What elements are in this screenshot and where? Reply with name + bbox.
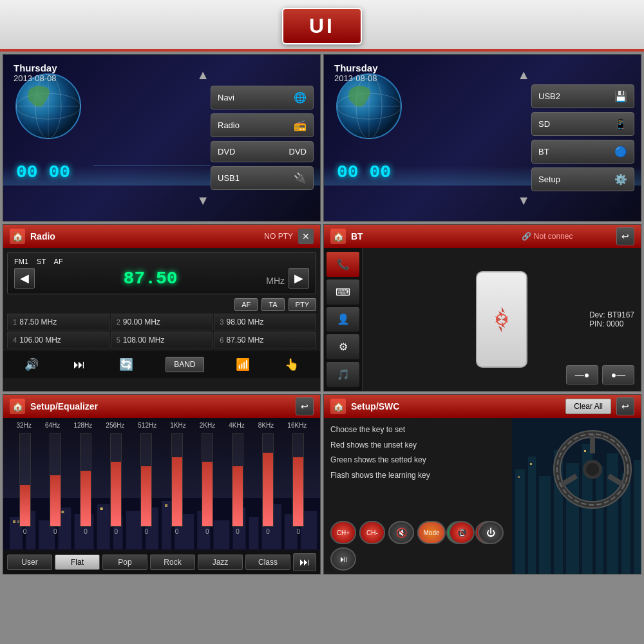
swc-title: Setup/SWC	[351, 401, 560, 412]
swc-power-btn[interactable]: ⏻	[478, 521, 504, 544]
eq-preset-user[interactable]: User	[7, 554, 52, 570]
bt-keypad-btn[interactable]: ⌨	[327, 279, 359, 305]
freq-number: 87.50	[124, 269, 178, 289]
eq-bars: 0 0 0 0	[3, 433, 320, 535]
bt-disconnect-btn[interactable]: ●—	[602, 365, 634, 384]
home2-nav-up[interactable]: ▲	[517, 68, 530, 82]
home1-usb1-btn[interactable]: USB1 🔌	[211, 166, 314, 190]
eq-preset-flat[interactable]: Flat	[55, 554, 100, 570]
usb1-icon: 🔌	[294, 172, 307, 184]
freq-next-btn[interactable]: ▶	[289, 268, 309, 289]
scan-btn[interactable]: 🔄	[117, 355, 136, 374]
home2-sd-btn[interactable]: SD 📱	[531, 112, 634, 136]
home1-radio-btn[interactable]: Radio 📻	[211, 113, 314, 137]
home1-navi-btn[interactable]: Navi 🌐	[211, 86, 314, 109]
sd-icon: 📱	[614, 118, 627, 130]
freq-unit: MHz	[266, 276, 285, 289]
home-screen-2: Thursday 2013-08-08 00 00 ▲ ▼ USB2 💾 SD …	[323, 54, 641, 222]
home2-setup-btn[interactable]: Setup ⚙️	[531, 167, 634, 191]
bt-sidebar: 📞 ⌨ 👤 ⚙ 🎵	[324, 248, 363, 391]
home1-nav-up[interactable]: ▲	[196, 68, 209, 82]
home2-nav-down[interactable]: ▼	[517, 193, 530, 208]
eq-freq-labels: 32Hz 64Hz 128Hz 256Hz 512Hz 1KHz 2KHz 4K…	[3, 422, 320, 429]
home1-nav-down[interactable]: ▼	[196, 193, 209, 208]
preset-1[interactable]: 187.50 MHz	[7, 314, 109, 330]
eq-bar-8khz[interactable]: 0	[262, 433, 274, 535]
eq-preset-pop[interactable]: Pop	[102, 554, 147, 570]
setup-icon: ⚙️	[614, 173, 627, 185]
eq-bar-16khz[interactable]: 0	[292, 433, 304, 535]
radio-header: 🏠 Radio NO PTY ✕	[3, 225, 320, 248]
eq-bar-256hz[interactable]: 0	[110, 433, 122, 535]
swc-mute-btn[interactable]: 🔇	[388, 521, 414, 544]
bt-music-btn[interactable]: 🎵	[327, 362, 359, 387]
swc-back-btn[interactable]: ↩	[616, 397, 634, 415]
skip-btn[interactable]: ⏭	[71, 355, 88, 374]
eq-bar-1khz[interactable]: 0	[171, 433, 183, 535]
band-btn[interactable]: BAND	[166, 357, 204, 372]
eq-bar-512hz[interactable]: 0	[140, 433, 152, 535]
bt-title: BT	[351, 231, 478, 242]
preset-4[interactable]: 4106.00 MHz	[7, 332, 109, 348]
bt-call-btn[interactable]: 📞	[327, 252, 359, 277]
radio-home-icon[interactable]: 🏠	[10, 229, 25, 244]
preset-3[interactable]: 398.00 MHz	[214, 314, 316, 330]
eq-panel: 🏠 Setup/Equalizer ↩	[3, 394, 321, 574]
swc-end-call-btn[interactable]: 📵	[449, 521, 475, 544]
radio-freq-display: FM1 ST AF ◀ 87.50 MHz ▶	[7, 252, 316, 294]
eq-bar-64hz[interactable]: 0	[50, 433, 61, 535]
freq-prev-btn[interactable]: ◀	[14, 268, 35, 289]
clear-all-btn[interactable]: Clear All	[565, 399, 611, 414]
eq-preset-class[interactable]: Class	[245, 554, 290, 570]
pty-btn[interactable]: PTY	[289, 298, 316, 311]
swc-buttons-row2: CH+ CH- 🔇 Mode 📵 ⏻ ⏯	[330, 521, 511, 571]
bt-contacts-btn[interactable]: 👤	[327, 307, 359, 332]
bt-back-btn[interactable]: ↩	[616, 227, 634, 245]
home2-usb2-btn[interactable]: USB2 💾	[531, 84, 634, 108]
eq-preset-jazz[interactable]: Jazz	[198, 554, 243, 570]
eq-bar-2khz[interactable]: 0	[202, 433, 213, 535]
usb2-icon: 💾	[614, 90, 627, 102]
svg-rect-36	[515, 469, 525, 574]
freq-value: 87.50	[39, 269, 262, 289]
swc-mode-btn[interactable]: Mode	[417, 521, 446, 544]
eq-bar-4khz[interactable]: 0	[232, 433, 243, 535]
dvd-icon: DVD	[289, 147, 307, 156]
home1-dvd-btn[interactable]: DVD DVD	[211, 141, 314, 162]
eq-preset-rock[interactable]: Rock	[150, 554, 195, 570]
preset-6[interactable]: 687.50 MHz	[214, 332, 316, 348]
preset-grid: 187.50 MHz 290.00 MHz 398.00 MHz 4106.00…	[7, 314, 316, 348]
swc-play-pause-btn[interactable]: ⏯	[330, 547, 356, 571]
eq-bar-32hz[interactable]: 0	[19, 433, 31, 535]
swc-instruction-text: Choose the key to set Red shows the unse…	[330, 423, 506, 482]
swc-ch-minus-btn[interactable]: CH-	[359, 521, 385, 544]
svg-rect-45	[634, 460, 641, 574]
radio-close-btn[interactable]: ✕	[298, 229, 314, 244]
eq-title: Setup/Equalizer	[30, 401, 290, 412]
bt-home-icon[interactable]: 🏠	[330, 229, 346, 244]
eq-bar-128hz[interactable]: 0	[80, 433, 91, 535]
ta-btn[interactable]: TA	[261, 298, 284, 311]
af-btn[interactable]: AF	[234, 298, 258, 311]
radio-freq-row: ◀ 87.50 MHz ▶	[14, 268, 309, 289]
bt-connect-btn[interactable]: —●	[566, 365, 598, 384]
eq-home-icon[interactable]: 🏠	[10, 399, 25, 414]
volume-icon[interactable]: 🔊	[22, 355, 41, 374]
home-screen-1: Thursday 2013-08-08 00 00 ▲ ▼ Navi 🌐 Rad…	[3, 54, 321, 222]
preset-5[interactable]: 5108.00 MHz	[111, 332, 213, 348]
svg-point-56	[586, 463, 599, 476]
home2-time: 00 00	[337, 162, 391, 182]
bt-status: 🔗 Not connec	[484, 232, 611, 241]
home2-bt-btn[interactable]: BT 🔵	[531, 140, 634, 164]
swc-content: Choose the key to set Red shows the unse…	[324, 418, 641, 574]
eq-skip-btn[interactable]: ⏭	[293, 553, 316, 571]
bt-device-info: Dev: BT9167 PIN: 0000	[589, 310, 634, 328]
swc-home-icon[interactable]: 🏠	[330, 399, 346, 414]
swc-ch-plus-btn[interactable]: CH+	[330, 521, 356, 544]
preset-2[interactable]: 290.00 MHz	[111, 314, 213, 330]
bt-settings-btn[interactable]: ⚙	[327, 334, 359, 359]
eq-back-btn[interactable]: ↩	[296, 397, 314, 415]
home2-menu: USB2 💾 SD 📱 BT 🔵 Setup ⚙️	[531, 61, 634, 214]
eq-content: 32Hz 64Hz 128Hz 256Hz 512Hz 1KHz 2KHz 4K…	[3, 418, 320, 574]
bt-icon: 🔵	[614, 146, 627, 158]
